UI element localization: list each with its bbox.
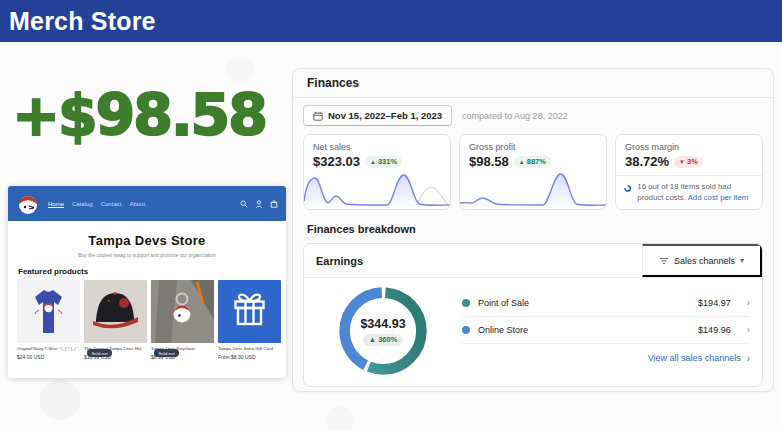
account-icon[interactable] [255,200,263,208]
cart-icon[interactable] [270,200,278,208]
product-grid: Original Navy T-Shirt ¯\_(ツ)_/¯ $24.00 U… [8,280,286,360]
legend-row-point-of-sale[interactable]: Point of Sale $194.97 › [462,290,750,317]
online-store-value: $149.96 [698,325,731,335]
earnings-donut-chart: $344.93 ▲ 360% [304,283,462,379]
view-all-sales-channels-link[interactable]: View all sales channels › [462,344,750,373]
earnings-body: $344.93 ▲ 360% Point of Sale $194.97 › O… [304,278,762,386]
up-arrow-icon: ▲ [369,335,376,344]
net-sales-sparkline [304,169,450,209]
store-nav-home[interactable]: Home [48,201,64,207]
store-preview: Home Catalog Contact About Tampa Devs St… [8,186,286,378]
up-arrow-icon: ▲ [519,159,525,165]
gross-profit-delta-badge: ▲ 887% [514,156,551,168]
cost-progress-icon [624,182,631,195]
earnings-delta-badge: ▲ 360% [363,334,404,346]
app-header: Merch Store [0,0,782,42]
up-arrow-icon: ▲ [370,159,376,165]
add-cost-link[interactable]: Add cost per item [688,193,749,202]
metric-cards: Net sales $323.03 ▲ 331% [293,132,773,210]
product-title: Tampa Devs Store Gift Card [218,346,281,352]
calendar-icon [313,111,323,121]
finances-breakdown-heading: Finances breakdown [293,210,773,243]
date-filter-row: Nov 15, 2022–Feb 1, 2023 compared to Aug… [293,98,773,132]
product-price: $24.00 USD [17,354,80,360]
app-title: Merch Store [9,7,156,36]
online-store-label: Online Store [478,325,528,335]
chevron-right-icon: › [747,353,750,364]
donut-center: $344.93 ▲ 360% [304,283,462,379]
store-logo-icon [16,192,40,216]
store-nav-links: Home Catalog Contact About [48,201,145,207]
earnings-header: Earnings Sales channels ▾ [304,244,762,278]
gross-margin-card[interactable]: Gross margin 38.72% ▼ 3% 16 out of 18 it [615,134,763,210]
gross-margin-label: Gross margin [625,142,753,152]
compare-label: compared to Aug 28, 2022 [462,111,568,121]
online-store-dot [462,326,470,334]
store-nav-catalog[interactable]: Catalog [72,201,93,207]
legend-row-online-store[interactable]: Online Store $149.96 › [462,317,750,344]
chevron-right-icon: › [747,324,750,335]
product-card-tshirt[interactable]: Original Navy T-Shirt ¯\_(ツ)_/¯ $24.00 U… [17,280,80,360]
store-nav-about[interactable]: About [129,201,145,207]
store-nav-contact[interactable]: Contact [101,201,122,207]
gross-profit-value: $98.58 [469,154,509,169]
point-of-sale-label: Point of Sale [478,298,529,308]
sales-channels-dropdown[interactable]: Sales channels ▾ [642,244,762,277]
profit-highlight: +$98.58 [6,82,272,148]
gross-profit-sparkline [460,169,606,209]
product-price: From $8.30 USD [218,354,281,360]
product-card-giftcard[interactable]: Tampa Devs Store Gift Card From $8.30 US… [218,280,281,360]
point-of-sale-dot [462,299,470,307]
filter-icon [659,257,669,265]
product-costs-note: 16 out of 18 items sold had product cost… [616,175,762,204]
gross-margin-delta-badge: ▼ 3% [674,156,703,168]
finances-heading: Finances [293,69,773,98]
soldout-badge: Sold out [87,349,112,357]
gross-margin-value: 38.72% [625,154,669,169]
store-navbar: Home Catalog Contact About [8,186,286,221]
finances-panel: Finances Nov 15, 2022–Feb 1, 2023 compar… [292,68,774,392]
product-card-keychain[interactable]: Sold out Tampa Devs Keychain $8.99 USD [151,280,214,360]
product-image-hat [84,280,147,343]
gross-profit-label: Gross profit [469,142,597,152]
soldout-badge: Sold out [154,349,179,357]
featured-heading: Featured products [18,267,286,276]
store-subtitle: Buy the coolest swag to support and prom… [8,252,286,258]
store-nav-icons [240,200,278,208]
gross-profit-card[interactable]: Gross profit $98.58 ▲ 887% [459,134,607,210]
date-range-button[interactable]: Nov 15, 2022–Feb 1, 2023 [303,105,452,126]
earnings-card: Earnings Sales channels ▾ [303,243,763,387]
net-sales-label: Net sales [313,142,441,152]
product-image-giftcard [218,280,281,343]
net-sales-value: $323.03 [313,154,360,169]
search-icon[interactable] [240,200,248,208]
store-title: Tampa Devs Store [8,233,286,248]
down-arrow-icon: ▼ [679,159,685,165]
product-image-tshirt [17,280,80,343]
chevron-down-icon: ▾ [740,256,744,265]
date-range-label: Nov 15, 2022–Feb 1, 2023 [328,110,442,121]
chevron-right-icon: › [747,297,750,308]
earnings-total: $344.93 [360,317,405,331]
net-sales-card[interactable]: Net sales $323.03 ▲ 331% [303,134,451,210]
earnings-title: Earnings [304,244,642,277]
net-sales-delta-badge: ▲ 331% [365,156,402,168]
product-image-keychain [151,280,214,343]
earnings-legend: Point of Sale $194.97 › Online Store $14… [462,290,762,373]
product-card-hat[interactable]: Sold out The Original Tampa Devs Hat $10… [84,280,147,360]
sales-channels-label: Sales channels [674,256,735,266]
point-of-sale-value: $194.97 [698,298,731,308]
product-title: Original Navy T-Shirt ¯\_(ツ)_/¯ [17,346,80,352]
